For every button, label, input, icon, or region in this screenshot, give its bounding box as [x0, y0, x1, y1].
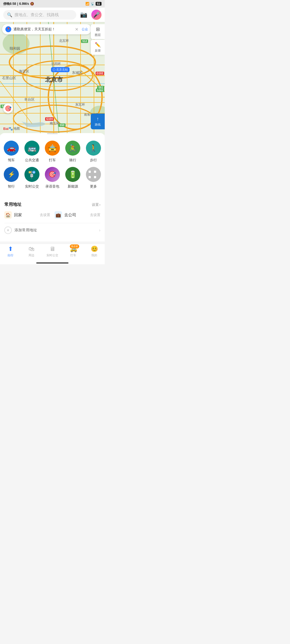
- bus-icon: 🖥: [49, 246, 55, 253]
- map-area[interactable]: 北京市 颐和园 海淀区 石景山区 丰台区 东城区 北五环 北四环 东五环 南五环…: [0, 22, 105, 135]
- transport-item-voice[interactable]: 🎯 录语音包: [42, 165, 63, 191]
- banner-text: 通勤真便宜，天天五折起！: [13, 27, 73, 32]
- ring-south5: 南五环: [50, 121, 59, 126]
- add-addr-text: 添加常用地址: [15, 228, 96, 233]
- speed-value: 6.9M/s: [19, 2, 29, 6]
- transit-label: 公共交通: [25, 158, 39, 163]
- transport-item-transit[interactable]: 🚌 公共交通: [21, 138, 42, 165]
- home-indicator: [36, 262, 68, 264]
- mic-button[interactable]: 🎤: [91, 10, 102, 20]
- map-background: 北京市 颐和园 海淀区 石景山区 丰台区 东城区 北五环 北四环 东五环 南五环…: [0, 22, 105, 135]
- setting-link[interactable]: 设置 ›: [92, 202, 100, 207]
- home-addr-item[interactable]: 🏠 回家 去设置: [4, 211, 50, 219]
- common-addr-section: 常用地址 设置 › 🏠 回家 去设置 💼 去公司 去设置 + 添加常用地址 ›: [0, 197, 105, 241]
- mic-icon: 🎤: [93, 12, 100, 18]
- route-icon: ↑: [97, 116, 99, 122]
- nav-trip[interactable]: ⬆ 出行: [0, 246, 21, 257]
- transport-item-bike[interactable]: 🚴 骑行: [63, 138, 83, 165]
- status-left: 傍晚6:58 | 6.9M/s 🔕: [3, 2, 34, 6]
- bike-label: 骑行: [69, 158, 76, 163]
- transport-item-more[interactable]: 更多: [83, 165, 104, 191]
- taxi-badge: 慢必赔: [70, 244, 79, 248]
- search-input-wrap[interactable]: 🔍 搜地点、查公交、找路线: [3, 10, 76, 20]
- ring-east5: 东五环: [75, 103, 85, 107]
- walk-label: 步行: [90, 158, 97, 163]
- transport-item-ev[interactable]: 🔋 新能源: [63, 165, 83, 191]
- drive-label: 驾车: [8, 158, 15, 163]
- feedback-button[interactable]: ✏️ 反馈: [91, 40, 105, 55]
- transport-item-taxi[interactable]: 🚖 打车: [42, 138, 63, 165]
- speed-label: |: [17, 2, 18, 6]
- route-button[interactable]: ↑ 路线: [91, 114, 105, 129]
- search-bar: 🔍 搜地点、查公交、找路线 📷 🎤: [0, 8, 105, 22]
- drive-icon: 🚗: [4, 141, 19, 156]
- transport-item-walk[interactable]: 🚶 步行: [83, 138, 104, 165]
- bottom-nav: ⬆ 出行 🛍 周边 🖥 实时公交 🚕 慢必赔 打车 😊 我的: [0, 244, 105, 263]
- baidu-logo: Bai🐾 地图: [3, 126, 20, 131]
- battery-badge: 51: [96, 2, 102, 6]
- location-icon: 🎯: [5, 105, 12, 112]
- trip-label: 出行: [8, 253, 13, 257]
- section-title: 常用地址: [4, 202, 21, 207]
- realtime-icon: 🚏: [24, 167, 39, 182]
- badge-s51: S51: [97, 86, 104, 89]
- transport-grid: 🚗 驾车 🚌 公共交通 🚖 打车 🚴 骑行 🚶 步行 ⚡ 智行 🚏 实时公交: [0, 136, 105, 195]
- home-icon: 🏠: [4, 211, 12, 219]
- smart-label: 智行: [8, 184, 15, 189]
- transport-item-drive[interactable]: 🚗 驾车: [1, 138, 21, 165]
- home-name: 回家: [14, 213, 22, 218]
- camera-button[interactable]: 📷: [78, 10, 89, 20]
- more-label: 更多: [90, 184, 97, 189]
- district-shijingshan: 石景山区: [2, 76, 16, 80]
- nearby-label: 周边: [28, 253, 34, 257]
- transit-icon: 🚌: [24, 141, 39, 156]
- banner-close-button[interactable]: ✕: [75, 27, 78, 32]
- station-marker: 北京北站: [51, 67, 70, 72]
- bottom-sheet: 🚗 驾车 🚌 公共交通 🚖 打车 🚴 骑行 🚶 步行 ⚡ 智行 🚏 实时公交: [0, 133, 105, 241]
- nearby-icon: 🛍: [28, 246, 34, 253]
- add-addr-row[interactable]: + 添加常用地址 ›: [4, 223, 100, 237]
- work-addr-item[interactable]: 💼 去公司 去设置: [55, 211, 100, 219]
- sheet-handle: [47, 133, 58, 134]
- transport-item-realtime[interactable]: 🚏 实时公交: [21, 165, 42, 191]
- map-banner[interactable]: 📍 通勤真便宜，天天五折起！ ✕ 公众: [2, 24, 91, 34]
- add-arrow-icon: ›: [99, 228, 100, 233]
- baidu-map-text: 地图: [13, 126, 20, 131]
- taxi-icon: 🚖: [45, 141, 60, 156]
- nav-mine[interactable]: 😊 我的: [84, 246, 105, 257]
- svg-point-1: [3, 33, 30, 54]
- transport-item-smart[interactable]: ⚡ 智行: [1, 165, 21, 191]
- smart-icon: ⚡: [4, 167, 19, 182]
- search-icon: 🔍: [7, 12, 12, 17]
- ring-north5: 北五环: [59, 39, 69, 43]
- voice-label: 录语音包: [45, 184, 59, 189]
- feedback-icon: ✏️: [95, 42, 101, 48]
- nav-nearby[interactable]: 🛍 周边: [21, 246, 42, 257]
- walk-icon: 🚶: [86, 141, 101, 156]
- badge-s12: S12: [81, 39, 88, 43]
- nav-bus[interactable]: 🖥 实时公交: [42, 246, 63, 257]
- nav-taxi[interactable]: 🚕 慢必赔 打车: [63, 246, 84, 257]
- mine-icon: 😊: [91, 246, 98, 253]
- taxi-nav-label: 打车: [70, 253, 76, 257]
- more-icon: [86, 167, 101, 182]
- search-icons: 📷 🎤: [78, 10, 102, 20]
- realtime-label: 实时公交: [25, 184, 39, 189]
- home-set-link[interactable]: 去设置: [40, 213, 50, 217]
- badge-g104: G104: [45, 117, 54, 121]
- layer-button[interactable]: ⊞ 图层: [91, 24, 105, 39]
- search-placeholder: 搜地点、查公交、找路线: [15, 12, 59, 17]
- work-set-link[interactable]: 去设置: [90, 213, 100, 217]
- city-label: 北京市: [45, 76, 63, 84]
- camera-icon: 📷: [80, 11, 87, 18]
- mute-icon: 🔕: [30, 2, 34, 6]
- banner-more[interactable]: 公众: [82, 27, 88, 32]
- trip-icon: ⬆: [8, 246, 13, 253]
- bus-label: 实时公交: [46, 253, 58, 257]
- status-bar: 傍晚6:58 | 6.9M/s 🔕 📶 📡 51: [0, 0, 105, 8]
- mine-label: 我的: [91, 253, 97, 257]
- location-button[interactable]: 🎯: [3, 104, 13, 113]
- district-haidian: 海淀区: [19, 69, 29, 74]
- status-right: 📶 📡 51: [85, 2, 102, 6]
- work-name: 去公司: [64, 213, 76, 218]
